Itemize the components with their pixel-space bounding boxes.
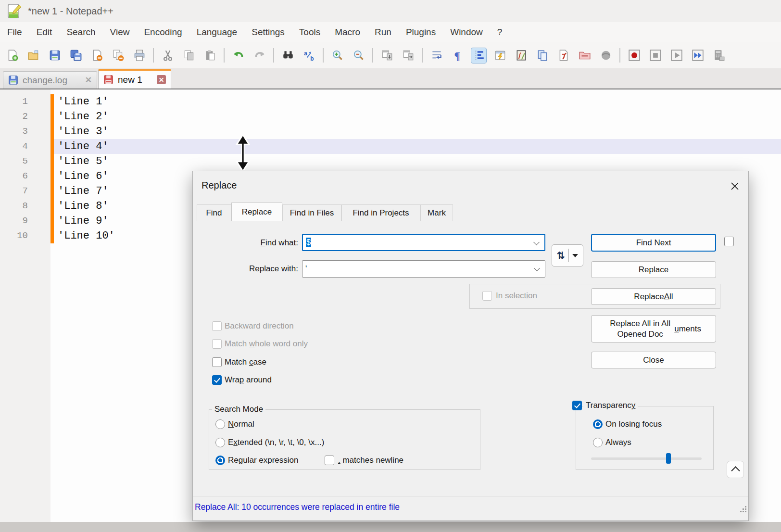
collapse-dialog-button[interactable] xyxy=(727,461,744,478)
replace-button[interactable]: Replace xyxy=(591,261,716,278)
replace-all-in-all-opened-documents-button[interactable]: Replace All in All Opened Documents xyxy=(591,315,716,342)
slider-track[interactable] xyxy=(591,457,702,460)
menu-run[interactable]: Run xyxy=(367,24,399,40)
close-all-icon[interactable] xyxy=(111,48,126,63)
print-icon[interactable] xyxy=(132,48,147,63)
dialog-tab-find-in-files[interactable]: Find in Files xyxy=(282,204,341,221)
undo-icon[interactable] xyxy=(231,48,246,63)
copy-icon[interactable] xyxy=(181,48,196,63)
find-next-button[interactable]: Find Next xyxy=(591,234,716,252)
close-file-icon[interactable] xyxy=(89,48,104,63)
saved-file-icon xyxy=(8,75,18,85)
editor-line[interactable]: 1'Line 1' xyxy=(0,94,781,109)
replace-all-button[interactable]: Replace All xyxy=(591,288,716,305)
menu-search[interactable]: Search xyxy=(59,24,102,40)
menu-edit[interactable]: Edit xyxy=(29,24,60,40)
slider-thumb[interactable] xyxy=(666,453,671,464)
transparency-on-losing-focus-radio[interactable] xyxy=(593,419,603,429)
transparency-slider[interactable] xyxy=(591,453,702,464)
resize-grip[interactable] xyxy=(739,505,747,513)
save-all-icon[interactable] xyxy=(68,48,83,63)
user-defined-dialog-icon[interactable] xyxy=(492,48,507,63)
replace-icon[interactable]: ab xyxy=(302,48,316,63)
editor-line[interactable]: 5'Line 5' xyxy=(0,154,781,169)
menu-macro[interactable]: Macro xyxy=(328,24,367,40)
zoom-in-icon[interactable] xyxy=(330,48,345,63)
in-selection-checkbox[interactable] xyxy=(482,291,492,301)
show-indent-guide-icon[interactable] xyxy=(471,48,486,63)
transparency-always-radio[interactable] xyxy=(593,438,603,447)
search-mode-normal-radio[interactable] xyxy=(215,419,225,429)
macro-stop-icon[interactable] xyxy=(648,48,663,63)
line-text: 'Line 1' xyxy=(58,94,109,109)
match-case-checkbox[interactable] xyxy=(212,357,222,367)
menu-help[interactable]: ? xyxy=(490,24,510,40)
macro-save-icon[interactable] xyxy=(711,48,726,63)
menu-encoding[interactable]: Encoding xyxy=(137,24,189,40)
match-whole-word-checkbox[interactable] xyxy=(212,339,222,349)
editor-line[interactable]: 4'Line 4' xyxy=(0,139,781,154)
menu-tools[interactable]: Tools xyxy=(292,24,328,40)
file-monitoring-icon[interactable] xyxy=(598,48,613,63)
document-switcher-icon[interactable] xyxy=(535,48,550,63)
chevron-up-icon xyxy=(731,466,740,475)
swap-arrows-icon: ⇅ xyxy=(557,250,565,261)
menu-window[interactable]: Window xyxy=(443,24,490,40)
swap-find-replace-button[interactable]: ⇅ xyxy=(552,244,583,266)
macro-record-icon[interactable] xyxy=(627,48,642,63)
menu-settings[interactable]: Settings xyxy=(244,24,292,40)
wrap-around-checkbox[interactable] xyxy=(212,375,222,385)
combo-dropdown-icon[interactable] xyxy=(533,239,540,245)
folder-as-workspace-icon[interactable] xyxy=(577,48,592,63)
dialog-title: Replace xyxy=(202,180,237,191)
search-mode-extended-radio[interactable] xyxy=(215,438,225,447)
editor-line[interactable]: 3'Line 3' xyxy=(0,124,781,139)
find-icon[interactable] xyxy=(280,48,295,63)
notepad-plus-plus-logo-icon xyxy=(7,3,22,19)
line-number: 2 xyxy=(0,109,28,124)
new-file-icon[interactable] xyxy=(5,48,20,63)
tab-close-icon[interactable]: ✕ xyxy=(85,75,92,85)
show-whitespace-icon[interactable]: ¶ xyxy=(450,48,465,63)
transparency-checkbox[interactable] xyxy=(572,401,582,410)
sync-scroll-horizontal-icon[interactable] xyxy=(401,48,416,63)
cut-icon[interactable] xyxy=(160,48,175,63)
open-file-icon[interactable] xyxy=(26,48,41,63)
editor-line[interactable]: 2'Line 2' xyxy=(0,109,781,124)
dialog-tab-find-in-projects[interactable]: Find in Projects xyxy=(341,204,420,221)
menu-language[interactable]: Language xyxy=(189,24,245,40)
function-list-icon[interactable] xyxy=(556,48,571,63)
dialog-tab-replace[interactable]: Replace xyxy=(231,203,282,221)
tab-new-1[interactable]: new 1 ✕ xyxy=(98,69,171,89)
sync-scroll-vertical-icon[interactable] xyxy=(379,48,394,63)
dialog-tab-mark[interactable]: Mark xyxy=(420,204,453,221)
word-wrap-icon[interactable] xyxy=(429,48,444,63)
find-what-combobox[interactable]: $ xyxy=(302,234,545,251)
dot-matches-newline-checkbox[interactable] xyxy=(325,456,334,465)
search-mode-regex-radio[interactable] xyxy=(215,456,225,465)
tab-close-icon[interactable]: ✕ xyxy=(157,75,166,84)
paste-icon[interactable] xyxy=(202,48,217,63)
redo-icon[interactable] xyxy=(252,48,267,63)
replace-dialog: Replace FindReplaceFind in FilesFind in … xyxy=(192,171,749,521)
macro-play-icon[interactable] xyxy=(669,48,684,63)
menu-plugins[interactable]: Plugins xyxy=(399,24,443,40)
swap-dropdown-icon[interactable] xyxy=(572,254,578,257)
replace-with-combobox[interactable]: ' xyxy=(302,260,545,278)
tab-change-log[interactable]: change.log ✕ xyxy=(3,71,97,89)
dialog-tab-find[interactable]: Find xyxy=(197,204,231,221)
save-file-icon[interactable] xyxy=(47,48,62,63)
combo-dropdown-icon[interactable] xyxy=(534,265,540,271)
two-buttons-mode-checkbox[interactable] xyxy=(724,237,734,246)
dialog-close-icon[interactable] xyxy=(728,179,742,193)
document-map-icon[interactable] xyxy=(514,48,529,63)
macro-run-multiple-icon[interactable] xyxy=(690,48,705,63)
find-what-label: Find what: xyxy=(193,234,298,251)
menu-view[interactable]: View xyxy=(103,24,137,40)
close-button[interactable]: Close xyxy=(591,352,716,368)
zoom-out-icon[interactable] xyxy=(351,48,366,63)
backward-direction-checkbox[interactable] xyxy=(212,321,222,331)
menu-file[interactable]: File xyxy=(0,24,29,40)
transparency-label: Transparency xyxy=(583,400,638,411)
line-number: 6 xyxy=(0,169,28,184)
